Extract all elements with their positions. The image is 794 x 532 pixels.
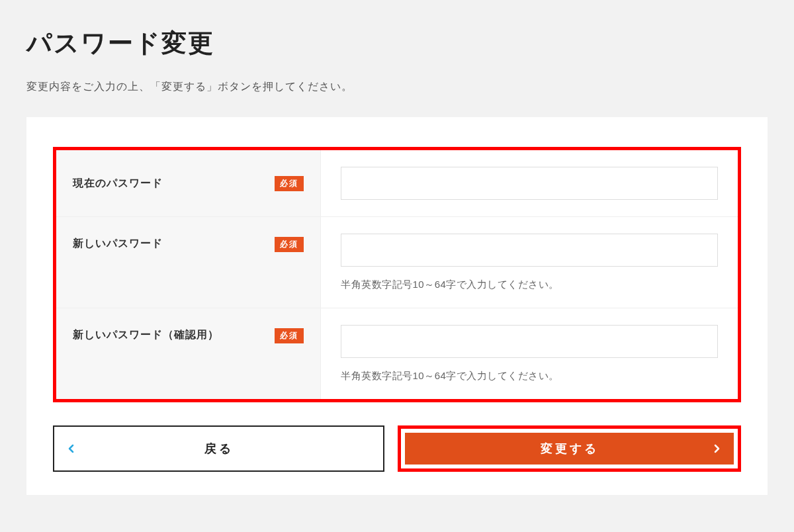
input-cell-confirm: 半角英数字記号10～64字で入力してください。	[321, 308, 738, 399]
row-confirm-password: 新しいパスワード（確認用） 必須 半角英数字記号10～64字で入力してください。	[56, 308, 738, 399]
back-button-label: 戻る	[204, 441, 234, 457]
submit-button-label: 変更する	[541, 441, 599, 457]
submit-button-highlight: 変更する	[398, 425, 741, 472]
label-cell-confirm: 新しいパスワード（確認用） 必須	[56, 308, 321, 399]
page-description: 変更内容をご入力の上、「変更する」ボタンを押してください。	[26, 80, 768, 94]
required-badge: 必須	[275, 176, 304, 191]
required-badge: 必須	[275, 328, 304, 343]
label-new-password: 新しいパスワード	[73, 237, 163, 251]
confirm-password-input[interactable]	[341, 325, 718, 358]
required-badge: 必須	[275, 237, 304, 252]
form-table: 現在のパスワード 必須 新しいパスワード 必須 半角英数字記号10～64字で入力…	[53, 147, 741, 402]
form-panel: 現在のパスワード 必須 新しいパスワード 必須 半角英数字記号10～64字で入力…	[26, 117, 768, 495]
chevron-right-icon	[714, 444, 721, 453]
row-new-password: 新しいパスワード 必須 半角英数字記号10～64字で入力してください。	[56, 217, 738, 308]
submit-button[interactable]: 変更する	[405, 433, 734, 465]
new-password-input[interactable]	[341, 234, 718, 267]
help-confirm-password: 半角英数字記号10～64字で入力してください。	[341, 370, 718, 382]
input-cell-new: 半角英数字記号10～64字で入力してください。	[321, 217, 738, 308]
label-current-password: 現在のパスワード	[73, 177, 163, 191]
label-confirm-password: 新しいパスワード（確認用）	[73, 328, 219, 342]
label-cell-current: 現在のパスワード 必須	[56, 150, 321, 216]
input-cell-current	[321, 150, 738, 216]
row-current-password: 現在のパスワード 必須	[56, 150, 738, 217]
page-container: パスワード変更 変更内容をご入力の上、「変更する」ボタンを押してください。 現在…	[0, 0, 794, 495]
page-title: パスワード変更	[26, 26, 768, 60]
label-cell-new: 新しいパスワード 必須	[56, 217, 321, 308]
back-button[interactable]: 戻る	[53, 425, 384, 472]
current-password-input[interactable]	[341, 167, 718, 200]
button-row: 戻る 変更する	[53, 425, 741, 472]
chevron-left-icon	[67, 444, 74, 453]
help-new-password: 半角英数字記号10～64字で入力してください。	[341, 279, 718, 291]
